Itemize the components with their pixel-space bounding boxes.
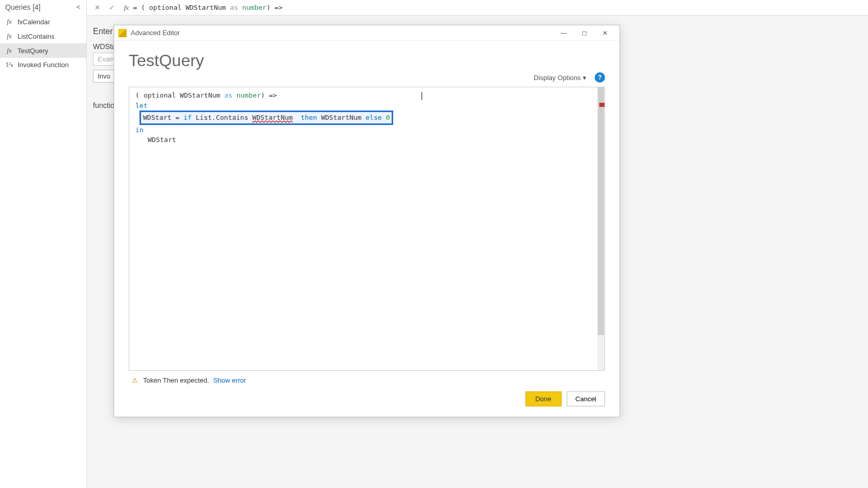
formula-bar: ✕ ✓ fx = ( optional WDStartNum as number… — [87, 0, 868, 15]
query-item-testquery[interactable]: fx TestQuery — [0, 43, 86, 58]
cancel-formula-icon[interactable]: ✕ — [91, 2, 103, 14]
fx-icon[interactable]: fx — [124, 4, 129, 12]
error-message: Token Then expected. — [143, 376, 209, 384]
dialog-title-bar: Advanced Editor — ◻ ✕ — [114, 25, 619, 41]
formula-type: number — [238, 4, 267, 11]
minimize-button[interactable]: — — [553, 26, 574, 40]
queries-header: Queries [4] — [0, 0, 86, 14]
query-item-listcontains[interactable]: fx ListContains — [0, 29, 86, 43]
error-row: ⚠ Token Then expected. Show error — [129, 371, 605, 389]
collapse-panel-icon[interactable]: < — [76, 3, 81, 11]
chevron-down-icon: ▾ — [583, 74, 586, 82]
code-text: WDStart — [148, 136, 176, 144]
text-cursor — [422, 92, 422, 100]
code-error-token: WDStartNum — [252, 114, 292, 121]
scrollbar-thumb[interactable] — [598, 87, 604, 335]
fx-icon: fx — [5, 32, 13, 40]
code-keyword-if: if — [183, 114, 192, 121]
code-type: number — [233, 91, 261, 99]
code-text — [293, 114, 301, 121]
formula-keyword-as: as — [230, 4, 238, 11]
highlighted-code-line: WDStart = if List.Contains WDStartNum th… — [140, 111, 393, 125]
code-text: WDStartNum — [317, 114, 366, 121]
query-title: TestQuery — [129, 51, 605, 70]
number-type-icon: 1²₃ — [5, 61, 13, 68]
code-keyword-else: else — [366, 114, 382, 121]
error-marker[interactable] — [599, 103, 605, 107]
fx-icon: fx — [5, 18, 13, 26]
show-error-link[interactable]: Show error — [213, 376, 246, 384]
query-item-invoked-function[interactable]: 1²₃ Invoked Function — [0, 58, 86, 72]
done-button[interactable]: Done — [525, 391, 562, 406]
code-keyword-then: then — [301, 114, 317, 121]
help-icon[interactable]: ? — [595, 72, 605, 83]
code-text: ( optional WDStartNum — [135, 91, 224, 99]
accept-formula-icon[interactable]: ✓ — [105, 2, 118, 14]
advanced-editor-dialog: Advanced Editor — ◻ ✕ TestQuery Display … — [114, 25, 620, 417]
warning-icon: ⚠ — [131, 376, 139, 384]
queries-title: Queries [4] — [5, 3, 40, 11]
query-label: ListContains — [18, 33, 55, 40]
formula-segment: = ( optional WDStartNum — [133, 4, 230, 11]
query-label: TestQuery — [18, 47, 48, 55]
code-text: List.Contains — [192, 114, 252, 121]
formula-text[interactable]: = ( optional WDStartNum as number) => — [133, 4, 283, 11]
code-keyword: as — [224, 91, 233, 99]
close-button[interactable]: ✕ — [595, 26, 615, 40]
code-editor[interactable]: ( optional WDStartNum as number) =>letWD… — [129, 87, 605, 371]
code-keyword-in: in — [135, 126, 144, 134]
dialog-title: Advanced Editor — [131, 29, 553, 37]
queries-panel: Queries [4] fx fxCalendar fx ListContain… — [0, 0, 87, 488]
query-label: fxCalendar — [18, 18, 50, 26]
fx-icon: fx — [5, 46, 13, 55]
code-keyword-let: let — [135, 102, 147, 109]
powerbi-icon — [118, 29, 127, 37]
code-text: ) => — [261, 91, 277, 99]
options-row: Display Options ▾ ? — [129, 72, 605, 83]
code-number: 0 — [382, 114, 390, 121]
cancel-button[interactable]: Cancel — [567, 391, 605, 406]
maximize-button[interactable]: ◻ — [574, 26, 595, 40]
query-label: Invoked Function — [18, 61, 69, 69]
dialog-body: TestQuery Display Options ▾ ? ( optional… — [114, 41, 619, 417]
dialog-button-row: Done Cancel — [129, 389, 605, 411]
formula-segment: ) => — [267, 4, 283, 11]
code-text: WDStart = — [143, 114, 183, 121]
query-item-fxcalendar[interactable]: fx fxCalendar — [0, 14, 86, 29]
editor-scrollbar[interactable] — [597, 87, 605, 370]
display-options-dropdown[interactable]: Display Options ▾ — [534, 74, 586, 82]
display-options-label: Display Options — [534, 74, 581, 82]
